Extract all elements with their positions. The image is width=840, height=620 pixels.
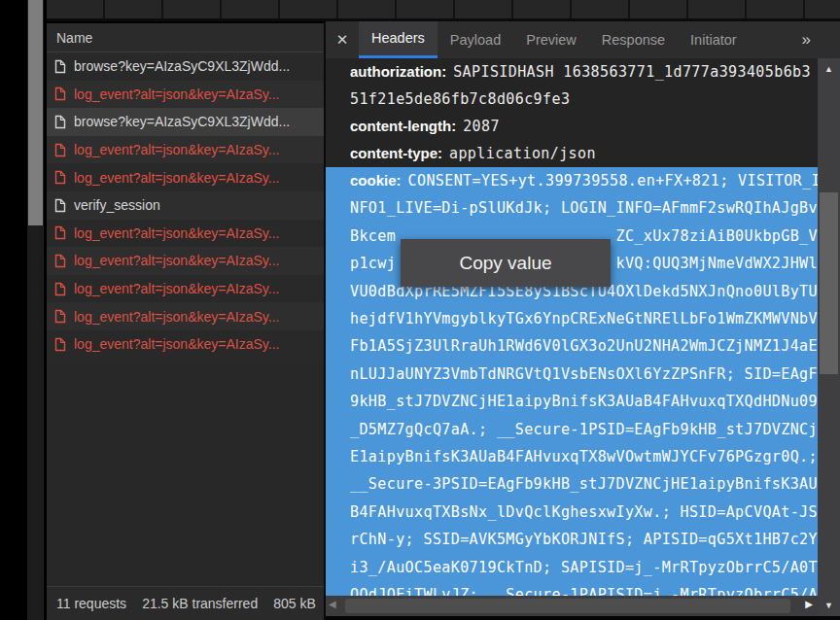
copy-value-menu-item[interactable]: Copy value: [401, 239, 611, 287]
tab-payload[interactable]: Payload: [438, 21, 513, 58]
header-line: 51f21e5de86fb7c8d06c9fe3: [326, 86, 818, 113]
request-row-log-event[interactable]: log_event?alt=json&key=AIzaSy...: [47, 136, 324, 164]
network-status-bar: 11 requests 21.5 kB transferred 805 kB: [47, 586, 324, 620]
request-row-log-event[interactable]: log_event?alt=json&key=AIzaSy...: [47, 220, 324, 248]
request-list: browse?key=AIzaSyC9XL3ZjWdd... log_event…: [47, 52, 324, 359]
scroll-left-icon[interactable]: ◀: [329, 599, 336, 609]
cookie-line: _D5MZ7gQcQ7aA.; __Secure-1PSID=EAgFb9kHB…: [326, 416, 818, 443]
detail-tab-bar: ✕ Headers Payload Preview Response Initi…: [326, 21, 840, 58]
cookie-line: QOdJQEiTWLvJZ; __Secure-1PAPISID=j_-MrRT…: [326, 581, 818, 596]
request-name: log_event?alt=json&key=AIzaSy...: [74, 170, 279, 186]
cookie-line: rChN-y; SSID=AVK5MGyYbKORJNIfS; APISID=q…: [326, 526, 818, 553]
request-name: log_event?alt=json&key=AIzaSy...: [74, 86, 279, 102]
headers-content: authorization:SAPISIDHASH 1638563771_1d7…: [326, 58, 818, 596]
scroll-down-icon[interactable]: ▼: [818, 601, 840, 610]
cookie-line: cookie:CONSENT=YES+yt.399739558.en+FX+82…: [326, 167, 818, 194]
request-row-log-event[interactable]: log_event?alt=json&key=AIzaSy...: [47, 330, 324, 359]
cookie-line: E1aipyBnifsK3AUaB4FAHvuxqTX8wVOwtmWJYCFv…: [326, 443, 818, 470]
request-name: log_event?alt=json&key=AIzaSy...: [74, 253, 279, 268]
cookie-header-selected[interactable]: cookie:CONSENT=YES+yt.399739558.en+FX+82…: [326, 167, 818, 596]
cookie-line: 9kHB_stJ7DVZNCjHE1aipyBnifsK3AUaB4FAHvux…: [326, 388, 818, 415]
request-name: verify_session: [74, 197, 160, 213]
vertical-scrollbar[interactable]: ▲ ▼: [818, 58, 840, 616]
request-name: browse?key=AIzaSyC9XL3ZjWdd...: [74, 58, 290, 74]
document-icon: [54, 337, 66, 352]
close-icon[interactable]: ✕: [326, 21, 359, 58]
horizontal-scrollbar-thumb[interactable]: [345, 599, 790, 613]
request-name: log_event?alt=json&key=AIzaSy...: [74, 142, 279, 157]
header-key: authorization:: [350, 63, 446, 80]
transferred-size: 21.5 kB transferred: [142, 596, 258, 611]
header-line: content-type:application/json: [326, 140, 818, 167]
document-icon: [54, 225, 66, 240]
document-icon: [54, 59, 66, 74]
cookie-line: __Secure-3PSID=EAgFb9kHB_stJ7DVZNCjHE1ai…: [326, 470, 818, 498]
tab-response[interactable]: Response: [589, 21, 678, 58]
cookie-line: Fb1A5SjZ3UlRraUh1RWd6V0lGX3o2UnU2NHA2WmJ…: [326, 332, 818, 360]
header-line: content-length:2087: [326, 113, 818, 140]
request-row-log-event[interactable]: log_event?alt=json&key=AIzaSy...: [47, 302, 324, 330]
document-icon: [54, 282, 66, 296]
tab-headers[interactable]: Headers: [359, 21, 438, 58]
resources-size: 805 kB: [273, 596, 316, 611]
vertical-scrollbar-thumb[interactable]: [820, 192, 838, 374]
background-scrollbar-thumb[interactable]: [28, 0, 43, 225]
document-icon: [54, 115, 66, 129]
more-tabs-icon[interactable]: »: [802, 30, 811, 50]
request-row-browse[interactable]: browse?key=AIzaSyC9XL3ZjWdd...: [47, 52, 324, 81]
background-scrollbar-track: [27, 0, 44, 620]
scroll-right-icon[interactable]: ▶: [805, 599, 813, 609]
request-name: log_event?alt=json&key=AIzaSy...: [74, 281, 279, 296]
request-row-log-event[interactable]: log_event?alt=json&key=AIzaSy...: [47, 247, 324, 275]
header-value: CONSENT=YES+yt.399739558.en+FX+821; VISI…: [408, 172, 818, 189]
scroll-up-icon[interactable]: ▲: [818, 64, 840, 74]
request-detail-panel: ✕ Headers Payload Preview Response Initi…: [326, 21, 840, 620]
request-row-verify-session[interactable]: verify_session: [47, 191, 324, 220]
header-value: application/json: [449, 145, 596, 162]
horizontal-scrollbar[interactable]: ◀ ▶: [326, 596, 818, 616]
document-icon: [54, 309, 66, 324]
document-icon: [54, 170, 66, 185]
network-requests-panel: Name browse?key=AIzaSyC9XL3ZjWdd... log_…: [47, 23, 324, 620]
panel-bottom-edge: [326, 616, 840, 620]
request-row-log-event[interactable]: log_event?alt=json&key=AIzaSy...: [47, 275, 324, 303]
network-overview-strip: [47, 0, 840, 21]
header-key: content-type:: [350, 145, 442, 161]
cookie-line: B4FAHvuxqTXBsNx_lDvQclKghesxwIyXw.; HSID…: [326, 499, 818, 526]
tab-preview[interactable]: Preview: [513, 21, 589, 58]
name-column-header[interactable]: Name: [47, 23, 324, 52]
document-icon: [54, 254, 66, 268]
request-name: log_event?alt=json&key=AIzaSy...: [74, 336, 279, 352]
request-count: 11 requests: [56, 596, 126, 611]
header-line: authorization:SAPISIDHASH 1638563771_1d7…: [326, 58, 818, 86]
cookie-line: nLUJJaUNYZ3VmbTdNRGVtQ1VsbENsOXl6YzZPSnF…: [326, 361, 818, 388]
header-key: content-length:: [350, 118, 456, 134]
cookie-line: NFO1_LIVE=Di-pSlUKdJk; LOGIN_INFO=AFmmF2…: [326, 194, 818, 222]
document-icon: [54, 198, 66, 213]
request-name: log_event?alt=json&key=AIzaSy...: [74, 309, 279, 325]
cookie-line: i3_/AuOC5eaK0719CkTnD; SAPISID=j_-MrRTpy…: [326, 554, 818, 581]
request-row-browse-selected[interactable]: browse?key=AIzaSyC9XL3ZjWdd...: [47, 108, 324, 136]
tab-initiator[interactable]: Initiator: [678, 21, 750, 58]
header-value: SAPISIDHASH 1638563771_1d777a393405b6b3: [453, 63, 811, 81]
header-lines: authorization:SAPISIDHASH 1638563771_1d7…: [326, 58, 818, 167]
cookie-line: hejdfV1hYVmgyblkyTGx6YnpCRExNeGtNRElLbFo…: [326, 305, 818, 332]
request-name: browse?key=AIzaSyC9XL3ZjWdd...: [74, 114, 290, 129]
header-key: cookie:: [350, 172, 402, 189]
request-row-log-event[interactable]: log_event?alt=json&key=AIzaSy...: [47, 163, 324, 191]
document-icon: [54, 86, 66, 101]
header-value: 2087: [463, 118, 500, 135]
document-icon: [54, 143, 66, 157]
request-row-log-event[interactable]: log_event?alt=json&key=AIzaSy...: [47, 81, 324, 109]
header-value: 51f21e5de86fb7c8d06c9fe3: [350, 90, 570, 108]
request-name: log_event?alt=json&key=AIzaSy...: [74, 225, 279, 241]
